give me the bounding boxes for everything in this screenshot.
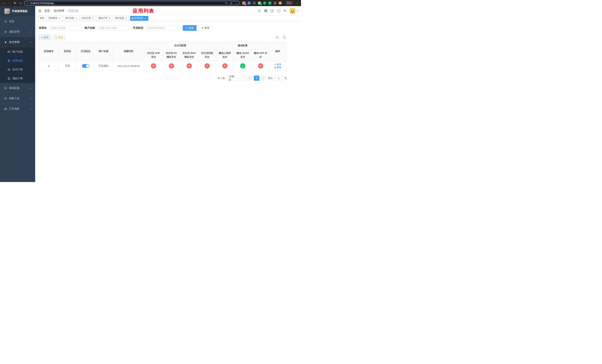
- refresh-icon: [201, 27, 204, 29]
- github-icon[interactable]: [264, 9, 267, 12]
- sidebar-item-infrastructure[interactable]: 基础设施: [0, 83, 35, 93]
- browser-menu-button[interactable]: ⋮: [295, 1, 299, 5]
- header-search-icon[interactable]: [258, 9, 261, 12]
- search-button[interactable]: 搜索: [183, 25, 197, 31]
- col-header-status: 开启状态: [77, 42, 95, 61]
- page-size-select[interactable]: 10条/页: [227, 75, 245, 81]
- extensions-menu-icon[interactable]: 10: [242, 1, 246, 5]
- dashboard-icon: [4, 20, 7, 23]
- reset-button[interactable]: 重置: [198, 25, 212, 31]
- export-button[interactable]: 导出: [53, 35, 65, 40]
- goto-suffix: 页: [285, 76, 287, 80]
- user-avatar[interactable]: [290, 8, 295, 14]
- site-info-icon[interactable]: i: [26, 2, 29, 4]
- sidebar-item-label: 基础设施: [9, 86, 20, 90]
- merchant-name-input[interactable]: [97, 25, 129, 31]
- app-logo[interactable]: 芋道管理系统: [0, 6, 35, 16]
- add-button[interactable]: + 新增: [39, 35, 51, 40]
- tab-label: 应用信息: [134, 17, 143, 20]
- status-toggle[interactable]: [82, 64, 89, 68]
- sidebar-item-system[interactable]: 系统管理: [0, 27, 35, 37]
- sidebar-item-workflow[interactable]: 工作流程: [0, 104, 35, 114]
- t-large: T: [284, 9, 285, 12]
- edit-button[interactable]: 修改: [274, 63, 281, 66]
- prev-page-button[interactable]: ‹: [247, 75, 253, 81]
- sidebar-item-dev-tools[interactable]: 研发工具: [0, 93, 35, 104]
- sidebar-item-payment[interactable]: ¥ 支付管理: [0, 37, 35, 47]
- delete-button[interactable]: 删除: [274, 66, 281, 69]
- status-select[interactable]: 请选择开启状态: [146, 25, 181, 31]
- status-select-placeholder: 请选择开启状态: [148, 26, 176, 30]
- tab-merchant-info[interactable]: 商户信息 ×: [113, 16, 129, 21]
- goto-page-input[interactable]: [275, 75, 283, 81]
- tab-label: 商户信息: [115, 17, 124, 20]
- breadcrumb-home[interactable]: 首页: [44, 9, 50, 13]
- sidebar-item-pay-order[interactable]: 支付订单: [0, 65, 35, 74]
- fullscreen-icon[interactable]: [277, 9, 280, 12]
- extension-icon-5[interactable]: [263, 1, 266, 5]
- sidebar-item-app-info[interactable]: 应用信息: [0, 56, 35, 65]
- tab-refund-order[interactable]: 退款订单 ×: [97, 16, 113, 21]
- puzzle-extension-icon[interactable]: [273, 1, 277, 5]
- col-header-alipay-wap: 支付宝 WAP 网站支付: [180, 49, 198, 61]
- goto-label: 前往: [268, 76, 273, 80]
- tab-home[interactable]: 首页: [38, 16, 46, 21]
- sidebar-item-refund-order[interactable]: 退款订单: [0, 74, 35, 83]
- bookmark-star-icon[interactable]: ☆: [235, 2, 237, 4]
- cell-alipay-pc: [162, 61, 180, 71]
- tab-close-icon[interactable]: ×: [108, 17, 111, 20]
- channel-status-icon: [258, 63, 263, 68]
- password-key-icon[interactable]: [225, 2, 228, 4]
- extension-icon-4[interactable]: 1: [258, 1, 261, 5]
- tab-label: 用户分组: [65, 17, 74, 20]
- col-header-actions: 操作: [269, 42, 286, 61]
- caret-down-icon[interactable]: ▾: [297, 10, 298, 12]
- applications-table: 应用编号 应用名 开启状态 商户名称 创建时间 支付宝配置 微信配置 操作 支付…: [39, 42, 286, 71]
- help-icon[interactable]: ?: [271, 9, 274, 12]
- extension-icon-2[interactable]: [247, 1, 251, 5]
- grid-icon: [7, 59, 10, 62]
- tab-close-icon[interactable]: ×: [144, 17, 147, 20]
- toggle-search-button[interactable]: [275, 35, 280, 40]
- plus-icon: +: [41, 36, 43, 39]
- cell-wechat-jsapi: [234, 61, 252, 71]
- refresh-table-button[interactable]: [282, 35, 287, 40]
- tab-close-icon[interactable]: ×: [75, 17, 77, 20]
- tab-close-icon[interactable]: ×: [92, 17, 94, 20]
- sidebar-item-home[interactable]: 首页: [0, 16, 35, 27]
- tab-close-icon[interactable]: ×: [125, 17, 128, 20]
- tab-pay-order[interactable]: 支付订单 ×: [80, 16, 96, 21]
- cell-create-time: 2021-10-23 08:49:25: [113, 61, 145, 71]
- sidebar-toggle[interactable]: [38, 9, 42, 13]
- browser-back-button[interactable]: ←: [2, 0, 6, 6]
- navbar-actions: ? TT ▾: [258, 8, 298, 14]
- browser-forward-button[interactable]: →: [7, 0, 11, 6]
- sidebar-item-merchant-info[interactable]: 商户信息: [0, 47, 35, 56]
- breadcrumb-payment[interactable]: 支付管理: [54, 9, 64, 13]
- refresh-icon: [283, 36, 286, 39]
- sidebar-item-label: 工作流程: [9, 107, 20, 110]
- share-icon[interactable]: [230, 2, 233, 4]
- tab-user-group[interactable]: 用户分组 ×: [64, 16, 79, 21]
- font-size-icon[interactable]: TT: [284, 9, 286, 12]
- page-number-1[interactable]: 1: [254, 75, 259, 81]
- next-page-button[interactable]: ›: [260, 75, 266, 81]
- page-content: 应用名 商户名称 开启状态 请选择开启状态 搜索: [35, 21, 301, 182]
- extension-icon-3[interactable]: [253, 1, 256, 5]
- tab-process-form[interactable]: 流程表单 ×: [47, 16, 63, 21]
- browser-refresh-button[interactable]: ↻: [13, 0, 17, 6]
- profile-avatar-icon[interactable]: [279, 1, 282, 5]
- browser-update-button[interactable]: 更新: [285, 1, 293, 5]
- active-tab-dot-icon: [132, 18, 133, 19]
- channel-status-icon: [169, 63, 174, 68]
- browser-home-button[interactable]: ⌂: [19, 0, 22, 6]
- tab-app-info[interactable]: 应用信息 ×: [130, 16, 148, 21]
- extension-icon-6[interactable]: [268, 1, 271, 5]
- tab-close-icon[interactable]: ×: [58, 17, 61, 20]
- channel-status-icon: [187, 63, 192, 68]
- cell-alipay-qr: [198, 61, 216, 71]
- app-name-input[interactable]: [49, 25, 80, 31]
- top-navbar: 首页 / 支付管理 / 应用信息 应用列表 ? TT: [35, 6, 301, 16]
- channel-status-icon: [204, 63, 210, 68]
- address-bar[interactable]: i localhost:1024/pay/app ☆: [24, 1, 239, 5]
